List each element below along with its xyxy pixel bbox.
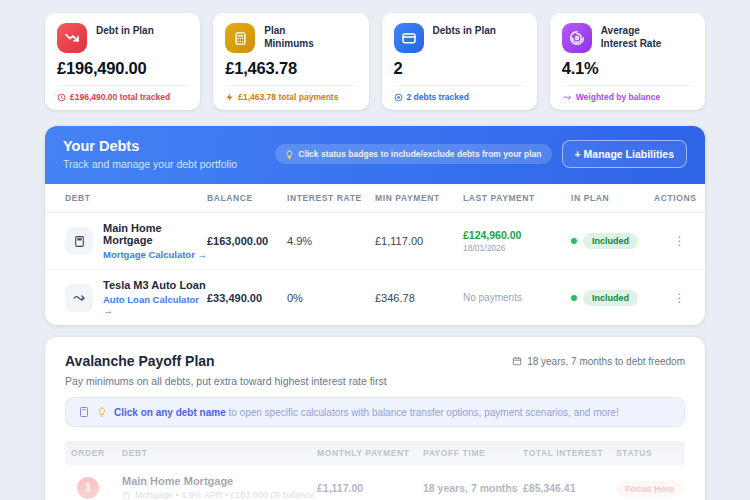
stat-card-plan-minimums: Plan Minimums £1,463.78 £1,463.78 total … <box>213 13 368 110</box>
calculator-icon <box>78 406 90 418</box>
calculator-hint-banner: Click on any debt name to open specific … <box>65 397 685 427</box>
debt-name-link[interactable]: Main Home Mortgage <box>122 475 317 487</box>
order-badge: 1 <box>77 477 99 499</box>
debt-dashboard: Debt in Plan £196,490.00 £196,490.00 tot… <box>0 0 750 500</box>
stat-title: Average Interest Rate <box>601 23 667 50</box>
status-badge[interactable]: Included <box>583 290 638 306</box>
mortgage-icon <box>122 491 131 500</box>
coin-icon <box>394 93 403 102</box>
status-dot <box>571 295 577 301</box>
column-header-status: STATUS <box>616 441 685 465</box>
debt-freedom-note: 18 years, 7 months to debt freedom <box>512 356 685 367</box>
panel-subtitle: Track and manage your debt portfolio <box>63 158 237 170</box>
column-header-min-payment: MIN PAYMENT <box>375 184 463 212</box>
stat-value: £196,490.00 <box>57 59 188 78</box>
column-header-in-plan: IN PLAN <box>571 184 654 212</box>
payoff-plan-subtitle: Pay minimums on all debts, put extra tow… <box>65 375 685 387</box>
column-header-order: ORDER <box>65 441 122 465</box>
stat-footer: £196,490.00 total tracked <box>57 85 188 102</box>
payoff-row-mortgage: 1 Main Home Mortgage Mortgage • 4.9% APR… <box>65 465 685 500</box>
last-payment-amount: No payments <box>463 292 571 303</box>
column-header-interest-rate: INTEREST RATE <box>287 184 375 212</box>
kebab-menu-icon[interactable]: ⋮ <box>654 291 705 305</box>
banner-text: Click on any debt name to open specific … <box>114 407 619 418</box>
column-header-debt: DEBT <box>45 184 207 212</box>
wave-arrow-icon <box>562 93 572 102</box>
stats-row: Debt in Plan £196,490.00 £196,490.00 tot… <box>45 13 705 110</box>
credit-card-icon <box>394 23 424 53</box>
min-payment-value: £346.78 <box>375 292 463 304</box>
table-row-mortgage: Main Home Mortgage Mortgage Calculator →… <box>45 213 705 270</box>
kebab-menu-icon[interactable]: ⋮ <box>654 234 705 248</box>
status-dot <box>571 238 577 244</box>
mortgage-calculator-link[interactable]: Mortgage Calculator → <box>103 249 207 260</box>
min-payment-value: £1,117.00 <box>375 235 463 247</box>
trending-down-icon <box>57 23 87 53</box>
zap-icon <box>225 93 234 102</box>
avalanche-payoff-panel: Avalanche Payoff Plan 18 years, 7 months… <box>45 337 705 500</box>
your-debts-header: Your Debts Track and manage your debt po… <box>45 126 705 184</box>
column-header-actions: ACTIONS <box>654 184 705 212</box>
stat-value: 2 <box>394 59 525 78</box>
debt-name: Main Home Mortgage <box>103 222 207 246</box>
status-hint-pill: Click status badges to include/exclude d… <box>275 144 551 164</box>
panel-title: Your Debts <box>63 138 237 154</box>
stat-footer: £1,463.78 total payments <box>225 85 356 102</box>
bulb-icon <box>97 407 107 417</box>
column-header-monthly-payment: MONTHLY PAYMENT <box>317 441 423 465</box>
column-header-payoff-time: PAYOFF TIME <box>423 441 523 465</box>
mortgage-icon <box>65 227 93 255</box>
debts-table-header: DEBT BALANCE INTEREST RATE MIN PAYMENT L… <box>45 184 705 213</box>
stat-title: Debt in Plan <box>96 23 154 38</box>
payoff-table-header: ORDER DEBT MONTHLY PAYMENT PAYOFF TIME T… <box>65 441 685 465</box>
last-payment-date: 18/01/2026 <box>463 243 571 253</box>
stat-footer: Weighted by balance <box>562 85 693 102</box>
manage-liabilities-button[interactable]: + Manage Liabilities <box>562 140 688 168</box>
status-badge[interactable]: Included <box>583 233 638 249</box>
stat-value: 4.1% <box>562 59 693 78</box>
stat-card-debts-in-plan: Debts in Plan 2 2 debts tracked <box>382 13 537 110</box>
balance-value: £163,000.00 <box>207 235 287 247</box>
column-header-balance: BALANCE <box>207 184 287 212</box>
your-debts-panel: Your Debts Track and manage your debt po… <box>45 126 705 325</box>
interest-rate-value: 4.9% <box>287 235 375 247</box>
calculator-icon <box>225 23 255 53</box>
column-header-debt: DEBT <box>122 441 317 465</box>
spiral-icon <box>562 23 592 53</box>
debt-name: Tesla M3 Auto Loan <box>103 279 207 291</box>
stat-card-average-interest-rate: Average Interest Rate 4.1% Weighted by b… <box>550 13 705 110</box>
payoff-plan-title: Avalanche Payoff Plan <box>65 353 215 369</box>
calendar-icon <box>512 356 522 366</box>
table-row-auto-loan: Tesla M3 Auto Loan Auto Loan Calculator … <box>45 270 705 325</box>
focus-here-badge: Focus Here <box>616 481 683 497</box>
stat-title: Plan Minimums <box>264 23 330 50</box>
stat-title: Debts in Plan <box>433 23 496 38</box>
stat-value: £1,463.78 <box>225 59 356 78</box>
bulb-icon <box>285 150 294 159</box>
auto-loan-calculator-link[interactable]: Auto Loan Calculator → <box>103 294 207 316</box>
debt-detail: Mortgage • 4.9% APR • £163,000.00 balanc… <box>122 490 317 500</box>
balance-value: £33,490.00 <box>207 292 287 304</box>
stat-card-debt-in-plan: Debt in Plan £196,490.00 £196,490.00 tot… <box>45 13 200 110</box>
monthly-payment-value: £1,117.00 <box>317 482 423 494</box>
clock-icon <box>57 93 66 102</box>
interest-rate-value: 0% <box>287 292 375 304</box>
payoff-time-value: 18 years, 7 months <box>423 482 523 494</box>
stat-footer: 2 debts tracked <box>394 85 525 102</box>
column-header-last-payment: LAST PAYMENT <box>463 184 571 212</box>
column-header-total-interest: TOTAL INTEREST <box>523 441 616 465</box>
total-interest-value: £85,346.41 <box>523 482 616 494</box>
auto-loan-icon <box>65 284 93 312</box>
last-payment-amount: £124,960.00 <box>463 229 571 241</box>
